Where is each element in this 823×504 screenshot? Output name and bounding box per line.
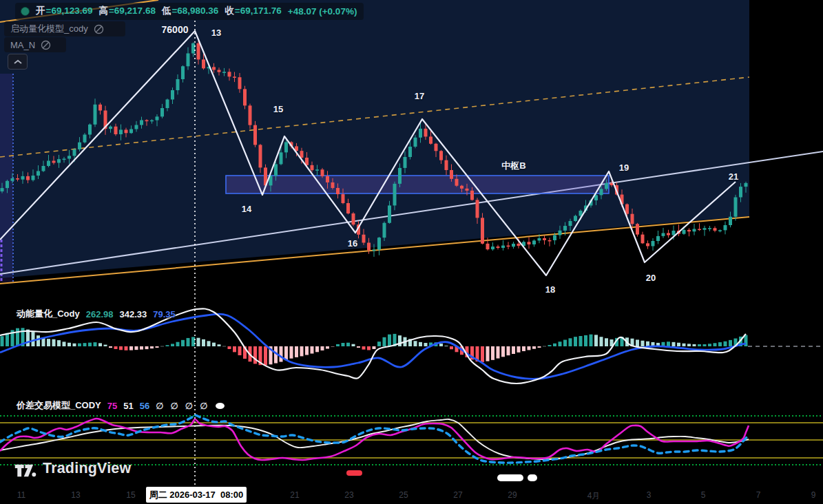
indicator-value: 262.98: [86, 309, 114, 319]
indicator-value: 75: [107, 401, 117, 411]
tradingview-chart-window: 76000131415161718192021中枢B 开=69,123.69 高…: [0, 0, 823, 504]
chevron-up-icon: [14, 59, 22, 65]
tradingview-logo-icon: [14, 459, 37, 479]
indicator-row-MA_N[interactable]: MA_N: [4, 37, 66, 52]
indicator-value: 51: [123, 401, 133, 411]
time-axis-label: 9: [811, 490, 816, 500]
time-axis-label: 23: [344, 490, 353, 500]
empty-set-icon: ∅: [171, 401, 178, 411]
tradingview-watermark: TradingView: [14, 459, 131, 479]
ohlc-high: 高=69,217.68: [98, 5, 155, 17]
ohlc-change: +48.07 (+0.07%): [288, 6, 357, 17]
indicator-value: 79.35: [153, 309, 176, 319]
eye-hidden-icon[interactable]: [41, 40, 51, 50]
white-signal-dot: [528, 474, 537, 481]
empty-set-icon: ∅: [156, 401, 163, 411]
time-axis-label: 11: [17, 490, 25, 500]
spread-panel-empty-symbols: ∅∅∅∅: [156, 401, 207, 411]
time-axis-label: 3: [647, 490, 652, 500]
spread-panel-values: 755156: [107, 401, 149, 411]
eye-hidden-icon[interactable]: [94, 24, 104, 34]
ohlc-legend[interactable]: 开=69,123.69 高=69,217.68 低=68,980.36 收=69…: [15, 3, 364, 20]
ohlc-open: 开=69,123.69: [36, 5, 92, 17]
time-axis-label: 5: [701, 490, 706, 500]
indicator-row-启动量化模型_cody[interactable]: 启动量化模型_cody: [4, 21, 125, 36]
time-axis-label: 29: [508, 490, 517, 500]
white-oval-marker: [216, 403, 225, 409]
watermark-text: TradingView: [43, 460, 131, 477]
momentum-panel-header[interactable]: 动能量化_Cody 262.98342.3379.35: [17, 308, 176, 320]
indicator-row-label: MA_N: [10, 40, 35, 50]
chart-canvas[interactable]: [0, 0, 823, 504]
crosshair-date-tooltip: 周二 2026-03-17 08:00: [146, 487, 247, 503]
time-axis-label: 21: [290, 490, 299, 500]
indicator-value: 342.33: [120, 309, 147, 319]
spread-panel-title: 价差交易模型_CODY: [17, 399, 101, 412]
momentum-panel-values: 262.98342.3379.35: [86, 309, 176, 319]
time-axis-label: 4月: [587, 490, 601, 502]
red-signal-marker: [346, 470, 362, 476]
empty-set-icon: ∅: [200, 401, 207, 411]
indicator-value: 56: [140, 401, 149, 411]
spread-panel-header[interactable]: 价差交易模型_CODY 755156 ∅∅∅∅: [17, 399, 225, 412]
market-status-dot-icon: [21, 7, 30, 16]
ohlc-close: 收=69,171.76: [225, 5, 281, 17]
collapse-legend-button[interactable]: [8, 54, 28, 70]
white-signal-marker: [497, 474, 523, 481]
empty-set-icon: ∅: [185, 401, 193, 411]
time-axis-label: 25: [399, 490, 408, 500]
indicator-row-label: 启动量化模型_cody: [10, 23, 88, 35]
pivot-box[interactable]: [226, 176, 609, 193]
time-axis-label: 15: [126, 490, 135, 500]
time-axis-label: 27: [453, 490, 462, 500]
ohlc-low: 低=68,980.36: [162, 5, 218, 17]
momentum-panel-title: 动能量化_Cody: [17, 308, 80, 320]
time-axis-label: 7: [756, 490, 761, 500]
time-axis-label: 13: [71, 490, 80, 500]
